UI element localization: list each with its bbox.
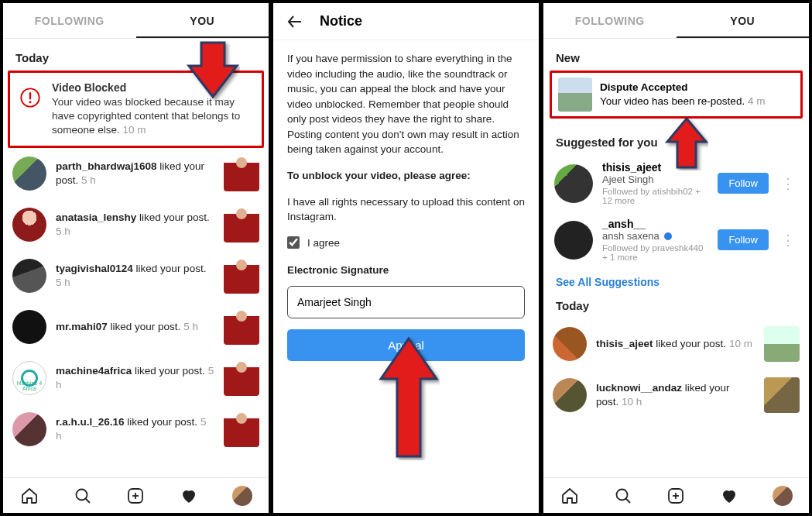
notice-paragraph: If you have permission to share everythi… [287, 51, 525, 157]
svg-marker-10 [381, 339, 437, 456]
suggestion-followedby: Followed by atishbih02 + 12 more [602, 187, 708, 205]
feed-time: 5 h [183, 321, 198, 332]
more-icon[interactable]: ⋮ [778, 175, 798, 192]
blocked-time: 10 m [123, 124, 146, 136]
post-thumbnail[interactable] [224, 309, 259, 345]
heart-icon[interactable] [720, 487, 738, 505]
avatar[interactable] [12, 208, 46, 242]
agree-checkbox[interactable] [287, 236, 300, 249]
feed-username[interactable]: anatasia_lenshy [56, 212, 136, 223]
post-thumbnail[interactable] [224, 360, 259, 396]
tab-you[interactable]: YOU [677, 3, 810, 38]
notice-header: Notice [273, 3, 539, 40]
avatar[interactable] [554, 164, 593, 203]
home-icon[interactable] [560, 487, 579, 505]
post-thumbnail[interactable] [558, 77, 592, 112]
post-thumbnail[interactable] [764, 377, 800, 413]
avatar[interactable] [553, 378, 587, 412]
notice-appeal-screen: Notice If you have permission to share e… [273, 3, 539, 513]
feed-action: liked your post. [136, 263, 207, 274]
add-post-icon[interactable] [666, 487, 685, 505]
activity-tabs: FOLLOWING YOU [3, 3, 269, 39]
feed-row[interactable]: thisis_ajeet liked your post. 10 m [543, 318, 809, 370]
agree-label: I agree [307, 236, 340, 251]
accepted-body: Your video has been re-posted. [600, 95, 745, 107]
svg-rect-1 [29, 92, 31, 99]
svg-line-13 [625, 498, 630, 503]
avatar[interactable] [12, 259, 46, 293]
feed-row[interactable]: tyagivishal0124 liked your post. 5 h [3, 250, 269, 301]
suggestion-name: Ajeet Singh [602, 174, 708, 185]
avatar[interactable]: Machine 4 Africa [12, 361, 46, 395]
bottom-nav [543, 477, 809, 513]
suggestion-row: _ansh__ ansh saxena Followed by praveshk… [543, 212, 809, 268]
feed-row[interactable]: r.a.h.u.l_26.16 liked your post. 5 h [3, 404, 269, 455]
tab-following[interactable]: FOLLOWING [3, 3, 136, 38]
feed-action: liked your post. [135, 365, 205, 377]
post-thumbnail[interactable] [224, 258, 259, 294]
follow-button[interactable]: Follow [718, 173, 769, 194]
feed-row[interactable]: Machine 4 Africa machine4africa liked yo… [3, 353, 269, 404]
avatar[interactable] [12, 412, 46, 446]
bottom-nav [3, 477, 269, 513]
feed-time: 5 h [56, 277, 70, 288]
feed-username[interactable]: thisis_ajeet [596, 338, 653, 349]
post-thumbnail[interactable] [764, 326, 800, 362]
feed-username[interactable]: r.a.h.u.l_26.16 [56, 416, 125, 428]
avatar[interactable] [12, 157, 46, 191]
feed-username[interactable]: mr.mahi07 [56, 321, 108, 332]
feed-time: 5 h [56, 225, 70, 237]
activity-screen-blocked: FOLLOWING YOU Today Video Blocked Your v… [3, 3, 269, 513]
accepted-title: Dispute Accepted [600, 81, 765, 95]
suggestion-name: ansh saxena [602, 230, 708, 242]
svg-point-4 [76, 489, 87, 500]
activity-feed: parth_bhardwaj1608 liked your post. 5 h … [3, 148, 269, 477]
section-today: Today [543, 291, 809, 318]
feed-row[interactable]: mr.mahi07 liked your post. 5 h [3, 301, 269, 353]
feed-time: 10 h [622, 396, 642, 408]
avatar[interactable] [553, 327, 587, 361]
svg-marker-11 [667, 119, 706, 167]
pointer-arrow-down-icon [186, 39, 240, 101]
notice-title: Notice [320, 13, 362, 29]
feed-username[interactable]: machine4africa [56, 365, 132, 377]
see-all-suggestions-link[interactable]: See All Suggestions [543, 268, 809, 291]
post-thumbnail[interactable] [224, 156, 259, 191]
notice-body: If you have permission to share everythi… [273, 40, 539, 372]
feed-action: liked your post. [127, 416, 197, 428]
more-icon[interactable]: ⋮ [778, 232, 798, 249]
profile-icon[interactable] [233, 487, 252, 505]
suggestion-username[interactable]: _ansh__ [602, 218, 708, 230]
feed-username[interactable]: lucknowi__andaz [596, 382, 682, 394]
add-post-icon[interactable] [126, 487, 145, 505]
tab-you[interactable]: YOU [136, 3, 269, 38]
tab-following[interactable]: FOLLOWING [543, 3, 677, 38]
home-icon[interactable] [20, 487, 39, 505]
pointer-arrow-up-icon [665, 116, 708, 170]
follow-button[interactable]: Follow [718, 229, 769, 250]
back-icon[interactable] [286, 12, 304, 31]
feed-username[interactable]: parth_bhardwaj1608 [56, 160, 157, 172]
feed-username[interactable]: tyagivishal0124 [56, 263, 133, 274]
post-thumbnail[interactable] [224, 207, 259, 243]
heart-icon[interactable] [180, 487, 198, 505]
status-dot-icon [664, 232, 672, 240]
feed-action: liked your post. [111, 321, 181, 332]
unblock-heading: To unblock your video, please agree: [287, 168, 525, 184]
search-icon[interactable] [614, 487, 632, 505]
feed-row[interactable]: lucknowi__andaz liked your post. 10 h [543, 370, 809, 421]
activity-screen-accepted: FOLLOWING YOU New Dispute Accepted Your … [543, 3, 809, 513]
agree-checkbox-row[interactable]: I agree [287, 236, 525, 251]
post-thumbnail[interactable] [224, 411, 259, 447]
signature-input[interactable] [287, 286, 525, 318]
feed-row[interactable]: parth_bhardwaj1608 liked your post. 5 h [3, 148, 269, 199]
search-icon[interactable] [74, 487, 92, 505]
suggestion-followedby: Followed by praveshk440 + 1 more [602, 243, 708, 262]
rights-statement: I have all rights necessary to upload th… [287, 194, 525, 225]
avatar[interactable] [12, 310, 46, 344]
dispute-accepted-notice[interactable]: Dispute Accepted Your video has been re-… [550, 71, 803, 119]
avatar[interactable] [554, 221, 593, 260]
feed-row[interactable]: anatasia_lenshy liked your post. 5 h [3, 199, 269, 250]
section-new: New [543, 39, 809, 71]
profile-icon[interactable] [773, 487, 792, 505]
